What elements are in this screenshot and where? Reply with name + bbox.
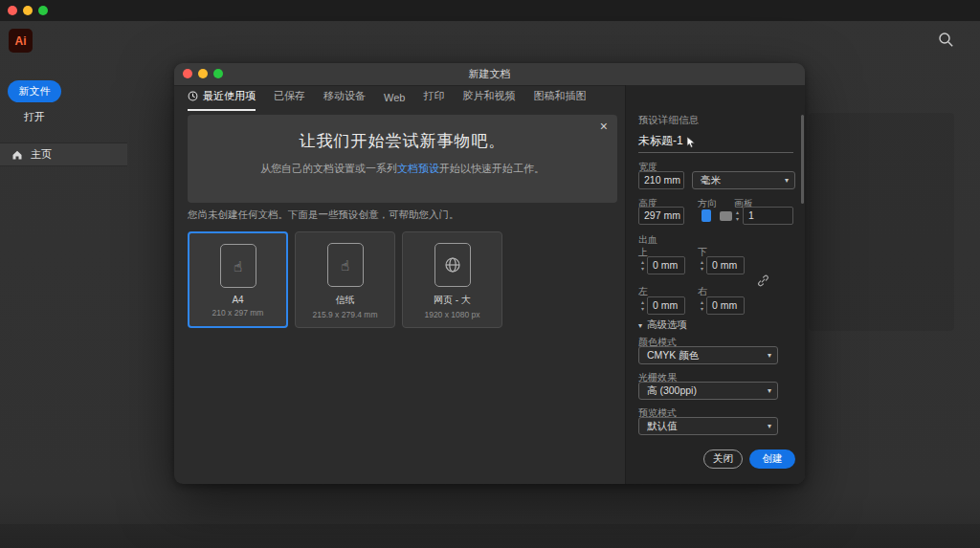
orientation-portrait-button[interactable]: [698, 207, 714, 225]
empty-state-hint: 您尚未创建任何文档。下面是一些预设创意，可帮助您入门。: [188, 208, 459, 222]
bleed-left-input[interactable]: 0 mm: [647, 296, 685, 315]
preset-dimensions: 1920 x 1080 px: [403, 310, 501, 319]
bleed-right-stepper[interactable]: ▴▾: [698, 296, 706, 315]
orientation-landscape-button[interactable]: [718, 207, 734, 225]
sidebar-item-home[interactable]: 主页: [0, 142, 127, 166]
advanced-options-toggle[interactable]: ▾ 高级选项: [638, 318, 687, 332]
color-mode-select[interactable]: CMYK 颜色 ▾: [638, 346, 778, 364]
window-close-button[interactable]: [8, 6, 17, 15]
artboard-count-input[interactable]: 1: [743, 207, 793, 225]
banner-subtitle-after: 开始以快速开始工作。: [439, 163, 545, 174]
bleed-top-input[interactable]: 0 mm: [647, 256, 685, 274]
preset-name: 信纸: [296, 294, 394, 307]
preset-category-tabs: 最近使用项 已保存 移动设备 Web 打印 胶片和视频 图稿和插图: [188, 89, 586, 111]
bleed-bottom-input[interactable]: 0 mm: [706, 256, 745, 274]
preset-card-a4[interactable]: ☝ A4 210 x 297 mm: [188, 231, 288, 328]
create-button[interactable]: 创建: [749, 449, 795, 469]
chevron-down-icon: ▾: [768, 418, 771, 434]
banner-subtitle: 从您自己的文档设置或一系列: [260, 163, 397, 174]
chevron-down-icon: ▾: [785, 172, 789, 188]
link-bleeds-icon[interactable]: [756, 274, 770, 292]
chevron-down-icon: ▾: [638, 321, 642, 330]
home-icon: [11, 149, 23, 161]
portrait-icon: [702, 209, 711, 222]
preset-dimensions: 215.9 x 279.4 mm: [296, 310, 394, 319]
sidebar-item-label: 主页: [31, 147, 52, 162]
tab-mobile[interactable]: 移动设备: [323, 89, 366, 111]
tab-saved[interactable]: 已保存: [274, 89, 305, 111]
tab-film-video[interactable]: 胶片和视频: [462, 89, 515, 111]
panel-title: 预设详细信息: [638, 114, 699, 127]
background-content-area: [809, 113, 954, 331]
macos-menu-bar: [0, 0, 980, 21]
document-presets-link[interactable]: 文档预设: [397, 163, 439, 174]
orientation-toggle: [698, 207, 734, 225]
mouse-cursor-icon: [686, 136, 696, 152]
illustrator-logo: Ai: [9, 29, 33, 53]
document-name-field[interactable]: 未标题-1: [638, 133, 793, 153]
window-minimize-button[interactable]: [23, 6, 33, 15]
panel-scrollbar[interactable]: [801, 115, 804, 204]
unit-select[interactable]: 毫米 ▾: [692, 171, 795, 189]
preset-card-list: ☝ A4 210 x 297 mm ☝ 信纸 215.9 x 279.4 mm …: [188, 231, 502, 328]
welcome-banner: × 让我们开始尝试新事物吧。 从您自己的文档设置或一系列文档预设开始以快速开始工…: [188, 115, 617, 203]
document-preset-icon: ☝: [327, 243, 364, 287]
tab-recent[interactable]: 最近使用项: [188, 89, 256, 111]
preset-name: A4: [189, 295, 286, 305]
close-button[interactable]: 关闭: [703, 449, 743, 469]
height-input[interactable]: 297 mm: [638, 207, 684, 225]
dialog-title: 新建文档: [174, 63, 805, 85]
clock-icon: [188, 91, 198, 101]
background-footer: [0, 524, 980, 548]
width-input[interactable]: 210 mm: [638, 171, 684, 189]
window-zoom-button[interactable]: [38, 6, 48, 15]
preset-card-web-large[interactable]: 网页 - 大 1920 x 1080 px: [402, 231, 502, 328]
new-document-dialog: 新建文档 最近使用项 已保存 移动设备 Web 打印 胶片和视频 图稿和插图 ×…: [174, 63, 805, 484]
chevron-down-icon: ▾: [768, 383, 771, 399]
preview-mode-select[interactable]: 默认值 ▾: [638, 417, 778, 435]
document-preset-icon: ☝: [220, 244, 256, 288]
preset-card-letter[interactable]: ☝ 信纸 215.9 x 279.4 mm: [295, 231, 395, 328]
tab-web[interactable]: Web: [384, 92, 405, 111]
tab-art-illustration[interactable]: 图稿和插图: [533, 89, 586, 111]
preset-name: 网页 - 大: [403, 294, 501, 307]
banner-heading: 让我们开始尝试新事物吧。: [188, 130, 617, 152]
banner-close-icon[interactable]: ×: [600, 119, 608, 134]
new-file-button[interactable]: 新文件: [8, 80, 61, 102]
bleed-right-input[interactable]: 0 mm: [706, 296, 745, 315]
illustrator-home-screen: Ai 新文件 打开 主页 新建文档: [0, 0, 980, 548]
artboard-stepper[interactable]: ▴▾: [733, 207, 742, 225]
raster-effects-select[interactable]: 高 (300ppi) ▾: [638, 382, 778, 400]
bleed-left-stepper[interactable]: ▴▾: [638, 296, 647, 315]
bleed-label: 出血: [638, 233, 657, 247]
chevron-down-icon: ▾: [768, 347, 771, 363]
preset-details-panel: 预设详细信息 未标题-1 宽度 210 mm 毫米 ▾ 高度 方向 画板 297…: [625, 85, 805, 484]
landscape-icon: [720, 211, 732, 221]
dialog-title-bar: 新建文档: [174, 63, 805, 86]
open-button[interactable]: 打开: [8, 107, 61, 126]
tab-print[interactable]: 打印: [423, 89, 444, 111]
bleed-top-stepper[interactable]: ▴▾: [638, 256, 647, 274]
bleed-bottom-stepper[interactable]: ▴▾: [698, 256, 706, 274]
search-icon[interactable]: [938, 32, 954, 52]
globe-icon: [434, 243, 471, 287]
preset-dimensions: 210 x 297 mm: [189, 308, 286, 318]
